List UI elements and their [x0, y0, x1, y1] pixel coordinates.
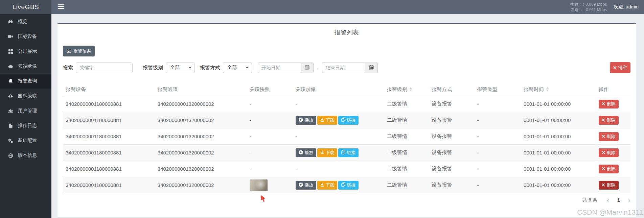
- alarm-plan-button[interactable]: 报警预案: [63, 46, 95, 56]
- cell-time: 0001-01-01 00:00:00: [521, 177, 596, 193]
- sidebar-item-9[interactable]: 版本信息: [0, 148, 51, 163]
- sidebar-item-4[interactable]: 报警查询: [0, 74, 51, 89]
- bars-icon: [58, 4, 64, 10]
- sidebar-item-2[interactable]: 分屏展示: [0, 44, 51, 59]
- delete-button[interactable]: 删除: [599, 100, 619, 108]
- cell-device: 34020000001180000881: [63, 112, 155, 128]
- copy-icon: [341, 182, 346, 188]
- col-header-channel: 报警通道: [155, 83, 247, 96]
- network-recv: 接收↑:0.009 Mbps: [570, 2, 607, 7]
- delete-button[interactable]: 删除: [599, 181, 619, 190]
- cell-type: -: [475, 177, 521, 193]
- sort-icon[interactable]: [546, 87, 549, 92]
- action-label: 播放: [305, 117, 314, 123]
- network-send: 发送↓:0.011 Mbps: [570, 7, 607, 13]
- table-row: 3402000000118000088134020000001320000002…: [63, 128, 630, 145]
- table-row: 3402000000118000088134020000001320000002…: [63, 177, 630, 193]
- method-label: 报警方式: [200, 65, 220, 71]
- delete-button[interactable]: 删除: [599, 165, 619, 173]
- alarm-level-select[interactable]: 全部: [166, 63, 195, 73]
- next-page-chevron-icon[interactable]: ›: [628, 196, 630, 203]
- cell-channel: 34020000001320000002: [155, 96, 247, 112]
- col-header-label: 报警类型: [477, 86, 498, 92]
- play-icon: [298, 182, 303, 188]
- sidebar-item-label: 概览: [18, 19, 27, 25]
- delete-button[interactable]: 删除: [599, 132, 619, 141]
- cell-snapshot: -: [247, 96, 293, 112]
- col-header-label: 报警通道: [158, 86, 178, 92]
- play-icon: [298, 117, 303, 123]
- globe-icon: [7, 153, 14, 158]
- delete-button[interactable]: 删除: [599, 148, 619, 157]
- x-icon: [602, 118, 605, 123]
- cell-time: 0001-01-01 00:00:00: [521, 96, 596, 112]
- calendar-icon: [369, 65, 374, 71]
- delete-button[interactable]: 删除: [599, 116, 619, 125]
- sidebar-item-1[interactable]: 国标设备: [0, 29, 51, 44]
- sort-icon[interactable]: [409, 87, 413, 92]
- action-label: 链接: [347, 117, 356, 123]
- cell-channel: 34020000001320000002: [155, 177, 247, 193]
- action-label: 播放: [305, 182, 314, 188]
- cell-snapshot: -: [247, 161, 293, 177]
- sidebar-item-5[interactable]: 国标级联: [0, 89, 51, 103]
- cell-level: 二级警情: [384, 112, 429, 128]
- page-title: 报警列表: [63, 24, 630, 37]
- start-date-picker-button[interactable]: [301, 63, 314, 73]
- cell-video: 播放下载链接: [293, 145, 384, 161]
- download-button[interactable]: 下载: [317, 148, 337, 157]
- clear-button[interactable]: 清空: [610, 62, 630, 73]
- sidebar-item-8[interactable]: 基础配置: [0, 133, 51, 148]
- play-button[interactable]: 播放: [296, 181, 316, 190]
- x-icon: [602, 183, 605, 188]
- arrow-up-icon: ↑: [580, 2, 582, 7]
- cell-device: 34020000001180000881: [63, 145, 155, 161]
- sidebar-item-label: 国标级联: [18, 93, 37, 99]
- action-label: 下载: [326, 150, 335, 156]
- sidebar-item-6[interactable]: 用户管理: [0, 103, 51, 118]
- recv-value: 0.009 Mbps: [585, 2, 607, 7]
- col-header-level[interactable]: 报警级别: [384, 83, 429, 96]
- link-button[interactable]: 链接: [338, 116, 359, 125]
- current-page[interactable]: 1: [617, 197, 620, 203]
- cell-actions: 删除: [596, 177, 630, 193]
- download-button[interactable]: 下载: [317, 116, 337, 125]
- end-date-picker-button[interactable]: [365, 63, 378, 73]
- cell-time: 0001-01-01 00:00:00: [521, 128, 596, 145]
- cell-video: -: [293, 96, 384, 112]
- link-button[interactable]: 链接: [338, 181, 359, 190]
- search-input[interactable]: [76, 63, 133, 73]
- link-button[interactable]: 链接: [338, 148, 359, 157]
- action-label: 链接: [347, 182, 356, 188]
- download-button[interactable]: 下载: [317, 181, 337, 190]
- cell-type: -: [475, 145, 521, 161]
- start-date-input[interactable]: [258, 63, 301, 73]
- sidebar-item-7[interactable]: 操作日志: [0, 118, 51, 133]
- cell-type: -: [475, 128, 521, 145]
- play-button[interactable]: 播放: [296, 116, 316, 125]
- sidebar-item-0[interactable]: 概览: [0, 14, 51, 29]
- prev-page-chevron-icon[interactable]: ‹: [607, 196, 609, 203]
- welcome-user[interactable]: 欢迎, admin: [614, 4, 639, 10]
- cogs-icon: [7, 138, 14, 143]
- level-selected-value: 全部: [170, 65, 180, 71]
- cell-video: 播放下载链接: [293, 177, 384, 193]
- table-row: 3402000000118000088134020000001320000002…: [63, 145, 630, 161]
- table-row: 3402000000118000088134020000001320000002…: [63, 112, 630, 128]
- level-label: 报警级别: [143, 65, 163, 71]
- alarm-snapshot-thumbnail[interactable]: [250, 179, 268, 191]
- download-icon: [320, 118, 324, 123]
- alarm-method-select[interactable]: 全部: [223, 63, 252, 73]
- sidebar-item-3[interactable]: 云端录像: [0, 59, 51, 74]
- chevron-down-icon: [245, 65, 249, 70]
- col-header-time[interactable]: 报警时间: [521, 83, 596, 96]
- sidebar-toggle-button[interactable]: [58, 4, 64, 10]
- end-date-input[interactable]: [322, 63, 365, 73]
- search-label: 搜索: [63, 65, 73, 71]
- play-button[interactable]: 播放: [296, 148, 316, 157]
- bell-icon: [7, 78, 14, 84]
- action-label: 播放: [305, 150, 314, 156]
- alarm-table-body: 3402000000118000088134020000001320000002…: [63, 96, 630, 193]
- delete-label: 删除: [607, 101, 616, 107]
- cloud-upload-icon: [7, 93, 14, 99]
